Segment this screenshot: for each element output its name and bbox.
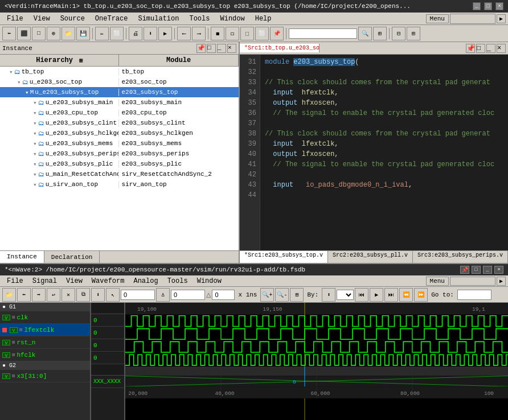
wave-play-back[interactable]: ⏮ (355, 288, 368, 302)
signal-row-rst-n[interactable]: V ⊞ rst_n (0, 336, 90, 349)
tree-row-aon[interactable]: ▾ 🗂 u_sirv_aon_top sirv_aon_top (0, 179, 239, 190)
tool-btn-4[interactable]: ⊕ (47, 27, 60, 40)
menu-help[interactable]: Help (251, 14, 276, 24)
wave-tool-prev[interactable]: ⬅ (17, 288, 31, 302)
expand-icon-4[interactable]: ▾ (33, 99, 37, 106)
wave-tool-paste[interactable]: ⬇ (91, 288, 105, 302)
tree-row-reset[interactable]: ▾ 🗂 u_main_ResetCatchAnd... sirv_ResetCa… (0, 169, 239, 179)
wave-tool-copy[interactable]: ⧉ (76, 288, 90, 302)
wave-max[interactable]: □ (472, 266, 481, 274)
wave-search-btn[interactable]: ▶ (497, 277, 506, 286)
menu-search[interactable] (450, 14, 495, 24)
wave-cursor-input[interactable] (171, 290, 205, 300)
editor-btn1[interactable]: □ (476, 44, 485, 53)
signal-row-hfclk[interactable]: V ⊞ hfclk (0, 349, 90, 361)
expand-icon-8[interactable]: ▾ (33, 140, 37, 147)
menu-search-btn[interactable]: ▶ (497, 14, 506, 23)
wave-tool-next[interactable]: ➡ (32, 288, 46, 302)
wave-goto-input[interactable] (457, 290, 491, 300)
tool-btn-6[interactable]: 💾 (76, 27, 90, 40)
tool-search2[interactable]: ⊞ (373, 27, 387, 40)
tool-btn-14[interactable]: ◼ (211, 27, 224, 40)
wave-rewind[interactable]: ⏪ (399, 288, 413, 302)
bottom-tab-src1[interactable]: *Src1:e203_subsys_top.v (240, 251, 328, 263)
tool-btn-16[interactable]: ⬚ (240, 27, 254, 40)
signal-row-lfextclk[interactable]: V ⊞ lfextclk (0, 324, 90, 336)
wave-select[interactable] (337, 290, 354, 300)
tab-instance[interactable]: Instance (0, 251, 44, 263)
wave-delta-input[interactable] (212, 290, 235, 300)
wave-menu-signal[interactable]: Signal (28, 276, 62, 286)
tool-btn-5[interactable]: 📁 (62, 27, 75, 40)
wave-menu-view[interactable]: View (62, 276, 87, 286)
wave-pin[interactable]: 📌 (460, 266, 469, 274)
bottom-tab-src3[interactable]: Src3:e203_subsys_perips.v (413, 251, 508, 263)
expand-icon-7[interactable]: ▾ (33, 130, 37, 137)
menu-source[interactable]: Source (56, 14, 89, 24)
wave-close[interactable]: × (494, 266, 503, 274)
editor-tab-active[interactable]: *Src1:tb_top.u_e203_soc_...ubsys/e203_su… (240, 44, 319, 52)
wave-tool-cursor[interactable]: ↖ (106, 288, 120, 302)
expand-icon-6[interactable]: ▾ (33, 120, 37, 127)
tree-row-soc-top[interactable]: ▾ 🗂 u_e203_soc_top e203_soc_top (0, 77, 239, 87)
wave-menu-waveform[interactable]: Waveform (87, 276, 129, 286)
tree-area[interactable]: ▾ 🗂 tb_top tb_top ▾ 🗂 u_e203_soc_top e20… (0, 67, 239, 250)
tool-btn-18[interactable]: 📌 (270, 27, 284, 40)
tool-btn-11[interactable]: ▶ (158, 27, 172, 40)
expand-icon-9[interactable]: ▾ (33, 150, 37, 158)
wave-tool-undo[interactable]: ↩ (47, 288, 60, 302)
menu-window[interactable]: Window (215, 14, 249, 24)
tab-declaration[interactable]: Declaration (44, 251, 100, 263)
menu-onetrace[interactable]: OneTrace (91, 14, 133, 24)
panel-btn1[interactable]: □ (207, 44, 216, 53)
maximize-button[interactable]: □ (484, 2, 492, 10)
wave-forward[interactable]: ⏩ (414, 288, 428, 302)
wave-time-input[interactable] (121, 290, 155, 300)
tree-row-perips[interactable]: ▾ 🗂 u_e203_subsys_perips e203_subsys_per… (0, 149, 239, 159)
expand-icon[interactable]: ▾ (9, 68, 13, 76)
tool-extra1[interactable]: ⊟ (392, 27, 405, 40)
tool-btn-15[interactable]: ◻ (226, 27, 239, 40)
minimize-button[interactable]: _ (473, 2, 481, 10)
menu-btn[interactable]: Menu (426, 14, 449, 23)
tool-btn-8[interactable]: ⬜ (110, 27, 124, 40)
editor-pin[interactable]: 📌 (466, 44, 475, 53)
tool-extra2[interactable]: ⊞ (407, 27, 420, 40)
expand-icon-11[interactable]: ▾ (33, 171, 37, 178)
wave-search-input[interactable] (450, 277, 495, 286)
tool-btn-13[interactable]: ⟶ (192, 27, 206, 40)
panel-close[interactable]: × (227, 44, 236, 53)
wave-tool-del[interactable]: ✕ (62, 288, 75, 302)
wave-zoom-fit[interactable]: ⊞ (290, 288, 304, 302)
editor-btn2[interactable]: _ (486, 44, 495, 53)
tool-btn-2[interactable]: ⬛ (17, 27, 31, 40)
wave-min[interactable]: _ (483, 266, 492, 274)
tool-btn-7[interactable]: ✏ (95, 27, 109, 40)
menu-file[interactable]: File (2, 14, 28, 24)
wave-menu-tools[interactable]: Tools (163, 276, 192, 286)
wave-zoom-out[interactable]: 🔍- (275, 288, 289, 302)
tree-row-mems[interactable]: ▾ 🗂 u_e203_subsys_mems e203_subsys_mems (0, 138, 239, 149)
wave-zoom-in[interactable]: 🔍+ (260, 288, 274, 302)
tool-search[interactable]: 🔍 (358, 27, 372, 40)
tool-btn-3[interactable]: □ (32, 27, 46, 40)
wave-menu-file[interactable]: File (2, 276, 28, 286)
expand-icon-5[interactable]: ▾ (33, 109, 37, 117)
tool-btn-12[interactable]: ⟵ (177, 27, 191, 40)
wave-menu-window[interactable]: Window (192, 276, 226, 286)
tree-row-hclkgen[interactable]: ▾ 🗂 u_e203_subsys_hclkgen e203_subsys_hc… (0, 128, 239, 138)
wave-sort[interactable]: ⬍ (322, 288, 335, 302)
tool-btn-1[interactable]: ⬅ (2, 27, 16, 40)
expand-icon-2[interactable]: ▾ (17, 79, 21, 86)
editor-close[interactable]: × (497, 44, 506, 53)
tree-row-clint[interactable]: ▾ 🗂 u_e203_subsys_clint e203_subsys_clin… (0, 118, 239, 128)
tool-btn-9[interactable]: 🖨 (129, 27, 142, 40)
wave-menu-btn[interactable]: Menu (426, 277, 449, 286)
bottom-tab-src2[interactable]: Src2:e203_subsys_pll.v (328, 251, 413, 263)
menu-view[interactable]: View (29, 14, 55, 24)
wave-tool-folder[interactable]: 📁 (2, 288, 16, 302)
wave-play-fwd[interactable]: ⏭ (384, 288, 398, 302)
panel-pin[interactable]: 📌 (196, 44, 206, 53)
close-button[interactable]: × (495, 2, 503, 10)
tree-row-tb-top[interactable]: ▾ 🗂 tb_top tb_top (0, 67, 239, 77)
